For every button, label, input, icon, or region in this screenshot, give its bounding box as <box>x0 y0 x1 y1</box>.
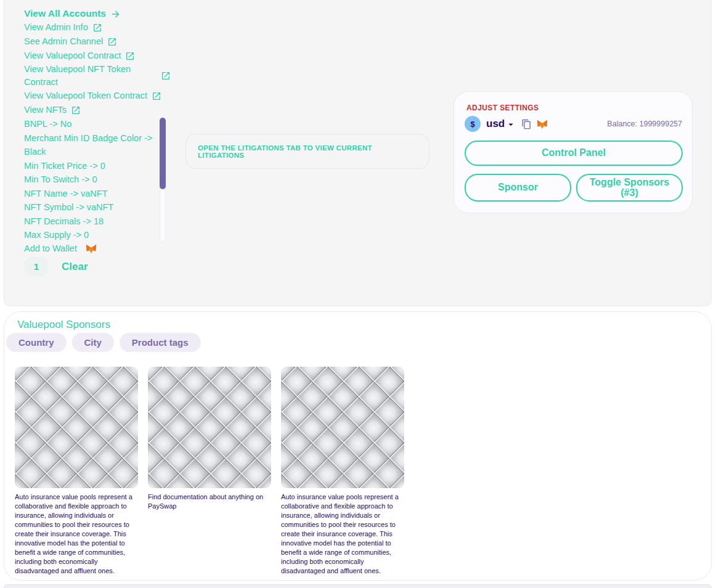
param-min-ticket-price: Min Ticket Price -> 0 <box>24 159 163 173</box>
sponsor-caption: Auto insurance value pools represent a c… <box>15 492 138 576</box>
sponsor-filter-tags: Country City Product tags <box>6 333 201 352</box>
tag-city[interactable]: City <box>72 333 114 352</box>
link-view-valuepool-nft-token-contract[interactable]: View Valuepool NFT Token Contract <box>24 63 171 89</box>
link-label: See Admin Channel <box>24 35 103 48</box>
sponsor-card: Auto insurance value pools represent a c… <box>15 367 138 576</box>
param-nft-decimals: NFT Decimals -> 18 <box>24 214 163 229</box>
add-to-wallet-label: Add to Wallet <box>24 242 77 255</box>
sponsor-image[interactable] <box>281 367 404 488</box>
valuepool-sponsors-card: Valuepool Sponsors Country City Product … <box>4 311 712 581</box>
valuepool-detail-panel: View All Accounts View Admin Info See Ad… <box>4 0 712 306</box>
arrow-right-icon <box>110 9 120 18</box>
link-label: View Valuepool Contract <box>24 49 121 62</box>
sponsor-caption: Auto insurance value pools represent a c… <box>281 492 404 576</box>
sponsor-image[interactable] <box>15 367 138 488</box>
litigations-message: OPEN THE LITIGATIONS TAB TO VIEW CURRENT… <box>198 144 417 159</box>
link-label: View All Accounts <box>24 7 106 20</box>
external-link-icon <box>161 71 171 81</box>
param-merchant-min-id-badge-color: Merchant Min ID Badge Color -> Black <box>24 131 163 159</box>
metamask-fox-icon <box>86 243 96 253</box>
currency-token-icon[interactable]: $ <box>465 116 481 132</box>
param-nft-symbol: NFT Symbol -> vaNFT <box>24 200 163 214</box>
link-view-valuepool-contract[interactable]: View Valuepool Contract <box>24 49 171 63</box>
param-max-supply: Max Supply -> 0 <box>24 228 163 242</box>
external-link-icon <box>71 105 81 115</box>
sponsor-button[interactable]: Sponsor <box>465 174 571 202</box>
link-view-all-accounts[interactable]: View All Accounts <box>24 6 171 20</box>
add-to-wallet-link[interactable]: Add to Wallet <box>24 242 171 255</box>
param-min-to-switch: Min To Switch -> 0 <box>24 173 163 187</box>
sponsors-title: Valuepool Sponsors <box>17 319 110 331</box>
toggle-sponsors-button[interactable]: Toggle Sponsors (#3) <box>576 174 683 202</box>
external-link-icon <box>125 51 135 61</box>
tag-country[interactable]: Country <box>6 333 67 352</box>
sponsor-card: Find documentation about anything on Pay… <box>148 367 271 576</box>
link-view-nfts[interactable]: View NFTs <box>24 103 171 117</box>
links-column: View All Accounts View Admin Info See Ad… <box>24 6 171 255</box>
sponsor-image[interactable] <box>148 367 271 488</box>
metamask-fox-icon[interactable] <box>537 119 547 129</box>
adjust-settings-title: ADJUST SETTINGS <box>466 104 539 112</box>
copy-address-icon[interactable] <box>521 119 531 129</box>
sponsor-cards-row: Auto insurance value pools represent a c… <box>15 367 404 576</box>
param-nft-name: NFT Name -> vaNFT <box>24 187 163 201</box>
link-label: View NFTs <box>24 104 67 116</box>
link-label: View Valuepool NFT Token Contract <box>24 63 146 89</box>
link-label: View Valuepool Token Contract <box>24 89 147 102</box>
balance-label: Balance: 1999999257 <box>607 120 682 128</box>
valuepool-page: View All Accounts View Admin Info See Ad… <box>0 0 716 588</box>
external-link-icon <box>107 37 117 47</box>
adjust-settings-card: ADJUST SETTINGS $ usd Balance: 199999925… <box>454 91 693 213</box>
pager: 1 Clear <box>24 257 88 276</box>
tag-product-tags[interactable]: Product tags <box>120 333 201 352</box>
sponsor-card: Auto insurance value pools represent a c… <box>281 367 404 576</box>
link-view-valuepool-token-contract[interactable]: View Valuepool Token Contract <box>24 89 171 103</box>
currency-select[interactable]: usd <box>486 118 505 130</box>
page-number-button[interactable]: 1 <box>24 257 49 276</box>
params-scrollbar-thumb[interactable] <box>160 118 166 189</box>
next-section-edge <box>4 584 712 588</box>
link-label: View Admin Info <box>24 21 88 34</box>
control-panel-button[interactable]: Control Panel <box>465 141 683 166</box>
link-see-admin-channel[interactable]: See Admin Channel <box>24 35 171 49</box>
external-link-icon <box>92 23 102 33</box>
clear-button[interactable]: Clear <box>62 261 88 273</box>
currency-row: $ usd Balance: 1999999257 <box>465 115 682 133</box>
param-bnpl: BNPL -> No <box>24 117 163 131</box>
chevron-down-icon[interactable] <box>505 119 515 129</box>
external-link-icon <box>152 91 161 101</box>
sponsor-caption: Find documentation about anything on Pay… <box>148 492 271 511</box>
litigations-notice: OPEN THE LITIGATIONS TAB TO VIEW CURRENT… <box>185 134 429 169</box>
link-view-admin-info[interactable]: View Admin Info <box>24 20 171 35</box>
